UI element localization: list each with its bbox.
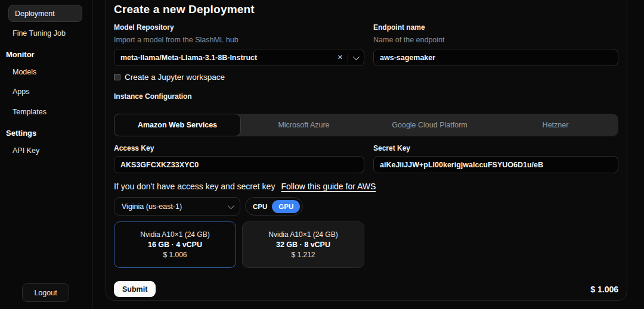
- combobox-controls: ✕: [338, 53, 358, 63]
- access-key-box: [114, 156, 364, 173]
- submit-button[interactable]: Submit: [114, 281, 156, 297]
- instance-price: $ 1.212: [291, 251, 315, 259]
- sidebar-item-label: API Key: [13, 146, 39, 155]
- model-repository-field: Model Repository Import a model from the…: [114, 23, 364, 66]
- aws-guide-link[interactable]: Follow this guide for AWS: [281, 182, 376, 191]
- provider-tabbar: Amazon Web Services Microsoft Azure Goog…: [114, 114, 618, 136]
- guide-text: If you don't have access key and secret …: [114, 182, 275, 191]
- main-panel: Create a new Deployment Model Repository…: [106, 0, 627, 301]
- tab-hetzner[interactable]: Hetzner: [493, 114, 618, 136]
- endpoint-name-box: [373, 49, 618, 66]
- endpoint-name-label: Endpoint name: [373, 23, 618, 32]
- sidebar-item-fine-tuning-job[interactable]: Fine Tuning Job: [13, 29, 66, 38]
- repository-endpoint-row: Model Repository Import a model from the…: [114, 23, 618, 66]
- compute-type-toggle: CPU GPU: [245, 197, 303, 216]
- instance-card-selected[interactable]: Nvidia A10×1 (24 GB) 16 GB · 4 vCPU $ 1.…: [114, 221, 236, 268]
- sidebar: Deployment Fine Tuning Job Monitor Model…: [0, 0, 92, 309]
- instance-configuration-label: Instance Configuration: [114, 92, 618, 101]
- jupyter-workspace-label: Create a Jupyter workspace: [125, 73, 225, 82]
- region-row: Viginia (us-east-1) CPU GPU: [114, 197, 618, 216]
- secret-key-field: Secret Key: [373, 144, 618, 173]
- page-title: Create a new Deployment: [114, 3, 618, 16]
- instance-price: $ 1.006: [163, 251, 187, 259]
- sidebar-item-label: Deployment: [15, 10, 55, 18]
- secret-key-box: [373, 156, 618, 173]
- sidebar-item-label: Apps: [13, 88, 30, 96]
- model-repository-input[interactable]: [120, 54, 333, 62]
- sidebar-item-apps[interactable]: Apps: [13, 88, 30, 96]
- keys-row: Access Key Secret Key: [114, 144, 618, 173]
- sidebar-item-label: Models: [13, 68, 36, 76]
- access-key-label: Access Key: [114, 144, 364, 152]
- sidebar-section-settings: Settings: [6, 129, 36, 138]
- guide-row: If you don't have access key and secret …: [114, 181, 618, 191]
- sidebar-section-monitor: Monitor: [6, 50, 35, 59]
- gpu-toggle-option[interactable]: GPU: [272, 200, 300, 213]
- instance-specs: 32 GB · 8 vCPU: [276, 241, 330, 249]
- sidebar-item-models[interactable]: Models: [13, 68, 36, 76]
- sidebar-item-label: Fine Tuning Job: [13, 29, 66, 38]
- sidebar-item-deployment[interactable]: Deployment: [8, 5, 82, 22]
- jupyter-workspace-row: Create a Jupyter workspace: [114, 72, 618, 82]
- chevron-down-icon[interactable]: [353, 53, 360, 60]
- sidebar-item-api-key[interactable]: API Key: [13, 146, 39, 155]
- instance-card[interactable]: Nvidia A10×1 (24 GB) 32 GB · 8 vCPU $ 1.…: [242, 221, 364, 268]
- tab-amazon-web-services[interactable]: Amazon Web Services: [114, 114, 241, 136]
- tab-microsoft-azure[interactable]: Microsoft Azure: [241, 114, 367, 136]
- endpoint-name-input[interactable]: [380, 54, 612, 62]
- jupyter-workspace-checkbox[interactable]: [114, 74, 120, 80]
- instance-specs: 16 GB · 4 vCPU: [148, 241, 202, 249]
- endpoint-name-description: Name of the endpoint: [373, 36, 618, 44]
- secret-key-label: Secret Key: [373, 144, 618, 152]
- total-price: $ 1.006: [590, 285, 618, 294]
- region-select-value: Viginia (us-east-1): [122, 202, 182, 211]
- sidebar-item-templates[interactable]: Templates: [13, 108, 47, 116]
- instance-cards-row: Nvidia A10×1 (24 GB) 16 GB · 4 vCPU $ 1.…: [114, 221, 618, 268]
- endpoint-name-field: Endpoint name Name of the endpoint: [373, 23, 618, 66]
- chevron-down-icon: [228, 202, 234, 208]
- clear-icon[interactable]: ✕: [338, 54, 343, 61]
- logout-button[interactable]: Logout: [22, 283, 69, 302]
- region-select[interactable]: Viginia (us-east-1): [114, 197, 240, 216]
- model-repository-label: Model Repository: [114, 23, 364, 32]
- secret-key-input[interactable]: [380, 161, 612, 169]
- model-repository-description: Import a model from the SlashML hub: [114, 36, 364, 44]
- sidebar-item-label: Templates: [13, 108, 47, 116]
- access-key-input[interactable]: [120, 161, 358, 169]
- divider: [348, 53, 348, 63]
- instance-name: Nvidia A10×1 (24 GB): [140, 230, 209, 239]
- model-repository-combobox[interactable]: ✕: [114, 49, 364, 66]
- instance-name: Nvidia A10×1 (24 GB): [268, 230, 338, 239]
- access-key-field: Access Key: [114, 144, 364, 173]
- footer-row: Submit $ 1.006: [114, 281, 618, 297]
- tab-google-cloud-platform[interactable]: Google Cloud Platform: [367, 114, 493, 136]
- cpu-toggle-option[interactable]: CPU: [253, 203, 267, 210]
